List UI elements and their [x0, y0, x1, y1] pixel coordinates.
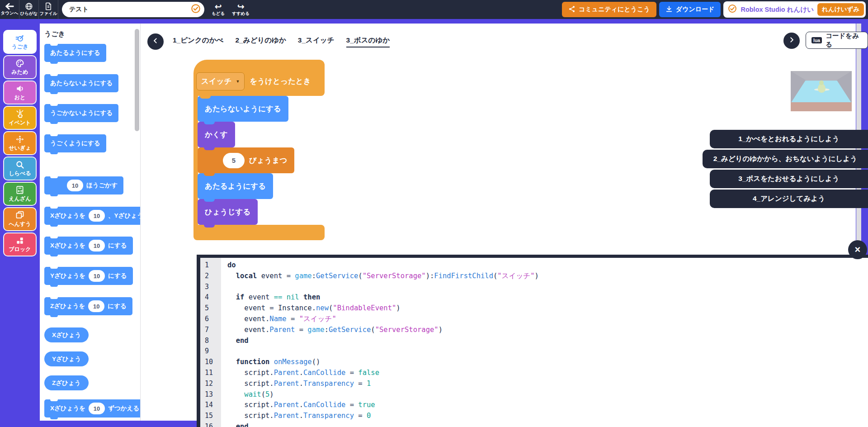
download-button[interactable]: ダウンロード: [659, 2, 721, 17]
palette-reporter-block[interactable]: Zざひょう: [44, 375, 89, 390]
block-label: Xざひょうを: [50, 404, 85, 413]
sidebar-item-sensing[interactable]: しらべる: [3, 157, 37, 180]
block-label: あたらないようにする: [205, 104, 281, 114]
line-number: 7: [205, 325, 221, 336]
undo-button[interactable]: ↩ もどる: [212, 3, 225, 17]
palette-reporter-block[interactable]: Xざひょう: [44, 327, 89, 342]
code-line: script.Parent.Transparency = 0: [227, 411, 539, 422]
toolbar-right-group: コミュニティにとうこう ダウンロード Roblox Studio れんけい れん…: [562, 1, 868, 18]
sidebar-item-myblocks[interactable]: ブロック: [3, 232, 37, 256]
stage-tab[interactable]: 1_ピンクのかべ: [173, 36, 223, 47]
project-name-input[interactable]: [64, 6, 191, 13]
event-dropdown[interactable]: スイッチ ▼: [196, 72, 245, 90]
canvas-block[interactable]: ひょうじする: [198, 199, 258, 225]
block-label: にする: [108, 302, 126, 310]
code-line: event.Name = "スイッチ": [227, 314, 539, 325]
task-list: 1_かべをとおれるようにしよう2_みどりのゆかから、おちないようにしよう3_ボス…: [703, 130, 868, 208]
myblocks-icon: [15, 236, 24, 245]
share-icon: [568, 5, 576, 14]
block-label: Zざひょうを: [50, 302, 85, 310]
operators-icon: [15, 185, 24, 195]
number-input[interactable]: 10: [67, 180, 83, 191]
palette-stack-block[interactable]: Xざひょうを10、Yざひょうを: [44, 207, 140, 225]
palette-stack-block[interactable]: Yざひょうを10にする: [44, 267, 133, 285]
file-menu-button[interactable]: ファイル: [39, 0, 58, 19]
next-stage-button[interactable]: [783, 33, 800, 49]
stage-tab[interactable]: 3_スイッチ: [298, 36, 335, 47]
palette-stack-block[interactable]: あたるようにする: [44, 44, 106, 62]
stage-tab[interactable]: 2_みどりのゆか: [235, 36, 286, 47]
block-label: あたるようにする: [205, 181, 266, 191]
line-number: 13: [205, 389, 221, 400]
block-label: にする: [108, 242, 127, 250]
block-label: Xざひょうを: [50, 242, 85, 250]
line-number: 16: [205, 422, 221, 427]
redo-button[interactable]: ↪ すすめる: [232, 3, 250, 17]
view-code-button[interactable]: lua コードをみる: [806, 32, 868, 49]
script-body: あたらないようにするかくす5びょうまつあたるようにするひょうじする: [198, 96, 325, 225]
line-number: 4: [205, 292, 221, 303]
sidebar-item-looks[interactable]: みため: [3, 55, 37, 79]
redo-icon: ↪: [237, 3, 245, 11]
code-line: if event == nil then: [227, 292, 539, 303]
canvas-block[interactable]: 5びょうまつ: [198, 147, 294, 173]
code-text: do local event = game:GetService("Server…: [227, 260, 539, 427]
palette-stack-block[interactable]: Zざひょうを10にする: [44, 297, 132, 315]
number-input[interactable]: 10: [89, 210, 105, 222]
number-input[interactable]: 10: [88, 300, 104, 312]
palette-scrollbar-thumb[interactable]: [135, 29, 139, 131]
palette-stack-block[interactable]: Xざひょうを10ずつかえる: [44, 399, 140, 418]
block-label: にする: [108, 272, 127, 280]
roblox-link-status: Roblox Studio れんけい れんけいずみ: [723, 1, 866, 18]
palette-stack-block[interactable]: 10ほうごかす: [44, 176, 123, 195]
chevron-right-icon: [788, 37, 795, 45]
sidebar-item-events[interactable]: イベント: [3, 106, 37, 130]
code-line: event = Instance.new("BindableEvent"): [227, 303, 539, 314]
sidebar-item-variables[interactable]: へんすう: [3, 207, 37, 231]
sidebar-item-motion[interactable]: うごき: [3, 30, 37, 54]
code-line: script.Parent.CanCollide = true: [227, 400, 539, 411]
sidebar-item-operators[interactable]: えんざん: [3, 182, 37, 206]
hiragana-toggle-button[interactable]: ひらがな: [19, 0, 39, 19]
number-input[interactable]: 5: [223, 153, 245, 168]
back-to-town-button[interactable]: タウンへ: [0, 0, 19, 19]
community-post-button[interactable]: コミュニティにとうこう: [562, 2, 656, 17]
number-input[interactable]: 10: [89, 270, 105, 282]
palette-blocks: あたるようにするあたらないようにするうごかないようにするうごくようにする10ほう…: [44, 44, 140, 418]
close-code-panel-button[interactable]: ×: [848, 240, 867, 259]
palette-stack-block[interactable]: Xざひょうを10にする: [44, 237, 133, 255]
preview-character: [818, 84, 826, 93]
task-item[interactable]: 1_かべをとおれるようにしよう: [710, 130, 868, 148]
code-line: script.Parent.Transparency = 1: [227, 379, 539, 389]
palette-stack-block[interactable]: あたらないようにする: [44, 74, 118, 92]
looks-icon: [15, 59, 24, 68]
line-number: 6: [205, 314, 221, 325]
canvas-block[interactable]: あたらないようにする: [198, 96, 288, 122]
line-number: 8: [205, 336, 221, 346]
task-item[interactable]: 3_ボスをたおせるようにしよう: [710, 170, 868, 188]
block-label: Yざひょうを: [50, 272, 85, 280]
palette-stack-block[interactable]: うごくようにする: [44, 134, 106, 152]
sidebar-item-sound[interactable]: おと: [3, 81, 37, 104]
task-item[interactable]: 4_アレンジしてみよう: [710, 190, 868, 208]
stage-preview-image: [791, 71, 852, 111]
event-hat-block[interactable]: スイッチ ▼ をうけとったとき: [193, 60, 325, 96]
block-label: ほうごかす: [86, 181, 118, 190]
sound-icon: [15, 84, 24, 93]
number-input[interactable]: 10: [89, 240, 105, 251]
prev-stage-button[interactable]: [147, 33, 164, 50]
task-item[interactable]: 2_みどりのゆかから、おちないようにしよう: [703, 150, 868, 168]
code-line: [227, 282, 539, 293]
stage-tab[interactable]: 3_ボスのゆか: [346, 36, 390, 47]
line-number: 12: [205, 379, 221, 389]
number-input[interactable]: 10: [89, 403, 105, 414]
sidebar-item-control[interactable]: せいぎょ: [3, 131, 37, 155]
preview-character-head: [819, 81, 824, 85]
palette-reporter-block[interactable]: Yざひょう: [44, 351, 89, 366]
canvas-block[interactable]: あたるようにする: [198, 173, 273, 199]
lua-badge: lua: [811, 37, 822, 44]
linked-status-badge[interactable]: れんけいずみ: [817, 3, 864, 16]
palette-stack-block[interactable]: うごかないようにする: [44, 104, 118, 122]
globe-icon: [25, 2, 33, 10]
canvas-block[interactable]: かくす: [198, 122, 235, 147]
